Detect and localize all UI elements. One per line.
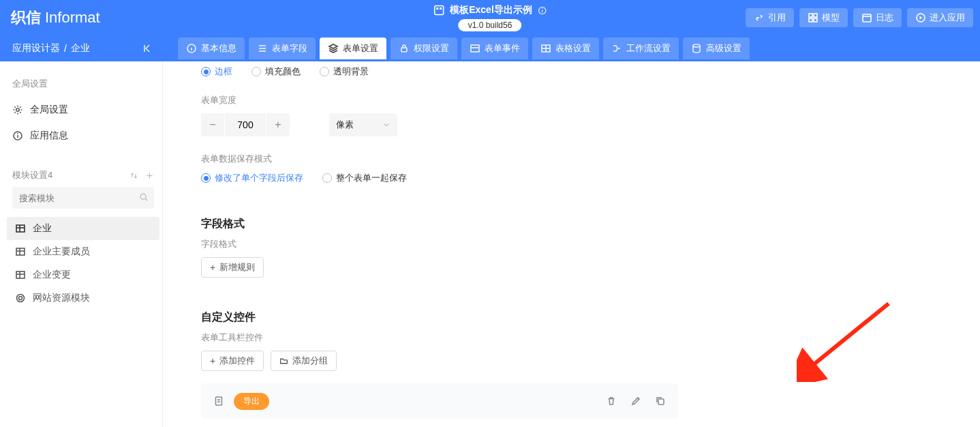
tab-form-settings[interactable]: 表单设置: [320, 38, 386, 59]
page-title-block: 模板Excel导出示例 v1.0 build56: [433, 4, 547, 31]
action-ref[interactable]: 引用: [746, 8, 794, 27]
svg-rect-47: [658, 399, 664, 404]
sidebar-item-global[interactable]: 全局设置: [12, 97, 154, 123]
radio-border[interactable]: 边框: [201, 65, 232, 78]
add-control-button[interactable]: +添加控件: [201, 351, 264, 371]
info-icon[interactable]: [538, 6, 547, 15]
brand-en: Informat: [45, 9, 100, 27]
sidebar: 全局设置 全局设置 应用信息 模块设置4 企业 企业主要成员: [0, 61, 163, 427]
style-radios: 边框 填充颜色 透明背景: [201, 65, 953, 78]
module-change[interactable]: 企业变更: [12, 263, 154, 286]
section-custom: 自定义控件: [201, 310, 953, 325]
width-input[interactable]: [225, 113, 266, 136]
target-icon: [15, 293, 26, 304]
tab-events[interactable]: 表单事件: [461, 38, 528, 59]
enter-icon: [915, 12, 926, 23]
side-sec1-title: 全局设置: [12, 78, 154, 90]
svg-rect-36: [16, 248, 25, 255]
stepper-plus[interactable]: +: [266, 113, 290, 136]
side-sec2-title: 模块设置4: [12, 169, 52, 181]
radio-save-all[interactable]: 整个表单一起保存: [322, 172, 407, 184]
delete-icon[interactable]: [606, 396, 617, 407]
tab-basic[interactable]: 基本信息: [178, 38, 245, 59]
version-badge: v1.0 build56: [459, 19, 522, 31]
add-group-button[interactable]: 添加分组: [271, 351, 337, 371]
width-label: 表单宽度: [201, 94, 953, 106]
svg-rect-33: [16, 225, 25, 232]
unit-value: 像素: [336, 119, 354, 131]
add-rule-button[interactable]: +新增规则: [201, 257, 264, 278]
svg-point-5: [542, 8, 542, 9]
tab-list: 基本信息 表单字段 表单设置 权限设置 表单事件 表格设置 工作流设置 高级设置: [178, 38, 750, 59]
action-log[interactable]: 日志: [853, 8, 902, 27]
breadcrumb: 应用设计器 / 企业: [12, 42, 90, 55]
action-enter[interactable]: 进入应用: [907, 8, 973, 27]
sidebar-label: 应用信息: [30, 130, 68, 142]
width-stepper[interactable]: − +: [201, 113, 290, 136]
list-icon: [257, 43, 268, 54]
svg-rect-18: [401, 48, 407, 52]
module-label: 企业: [33, 222, 52, 235]
module-enterprise[interactable]: 企业: [7, 217, 159, 240]
svg-line-32: [145, 198, 147, 201]
plus-icon[interactable]: [145, 171, 154, 180]
sort-icon[interactable]: [129, 171, 138, 180]
svg-rect-7: [814, 14, 817, 17]
stepper-minus[interactable]: −: [201, 113, 224, 136]
search-icon: [139, 192, 149, 202]
doc-icon: [213, 396, 224, 407]
page-title: 模板Excel导出示例: [450, 4, 532, 16]
search-module[interactable]: [12, 187, 154, 209]
search-input[interactable]: [12, 187, 154, 209]
tab-table[interactable]: 表格设置: [532, 38, 599, 59]
grid2-icon: [540, 43, 551, 54]
info-icon: [12, 130, 23, 141]
module-label: 企业变更: [33, 269, 71, 281]
gear-icon: [12, 104, 23, 115]
tab-workflow[interactable]: 工作流设置: [603, 38, 679, 59]
radio-transparent[interactable]: 透明背景: [320, 65, 369, 78]
svg-rect-1: [436, 8, 438, 10]
collapse-sidebar-icon[interactable]: [142, 43, 153, 54]
export-pill[interactable]: 导出: [234, 393, 269, 410]
svg-point-42: [17, 295, 25, 302]
svg-rect-19: [471, 45, 479, 52]
action-model[interactable]: 模型: [799, 8, 848, 27]
info-circle-icon: [186, 43, 197, 54]
svg-point-25: [16, 108, 19, 111]
radio-fill[interactable]: 填充颜色: [251, 65, 301, 78]
table-icon: [15, 223, 26, 234]
tab-fields[interactable]: 表单字段: [249, 38, 316, 59]
module-resource[interactable]: 网站资源模块: [12, 286, 154, 310]
link-icon: [754, 12, 765, 23]
module-members[interactable]: 企业主要成员: [12, 240, 154, 263]
svg-point-43: [19, 297, 22, 300]
svg-rect-0: [435, 6, 444, 15]
radio-save-single[interactable]: 修改了单个字段后保存: [201, 172, 303, 184]
svg-rect-2: [440, 8, 442, 10]
svg-point-28: [17, 133, 18, 134]
tab-advanced[interactable]: 高级设置: [683, 38, 750, 59]
calendar-icon: [861, 12, 872, 23]
module-label: 网站资源模块: [33, 292, 90, 304]
sidebar-item-appinfo[interactable]: 应用信息: [12, 123, 154, 149]
copy-icon[interactable]: [655, 396, 666, 407]
svg-rect-44: [216, 397, 222, 405]
tab-permission[interactable]: 权限设置: [391, 38, 457, 59]
brand-cn: 织信: [11, 8, 41, 28]
lock-icon: [399, 43, 410, 54]
control-card[interactable]: 导出: [201, 383, 678, 419]
svg-point-31: [140, 194, 146, 199]
module-label: 企业主要成员: [33, 246, 90, 258]
chevron-down-icon: [382, 121, 391, 129]
custom-sub: 表单工具栏控件: [201, 332, 953, 344]
svg-rect-8: [809, 18, 812, 22]
layers-icon: [328, 43, 339, 54]
unit-select[interactable]: 像素: [329, 113, 397, 136]
edit-icon[interactable]: [630, 396, 641, 407]
save-label: 表单数据保存模式: [201, 153, 953, 165]
sidebar-label: 全局设置: [30, 104, 68, 116]
table-icon: [15, 269, 26, 280]
app-icon: [433, 5, 444, 16]
main-panel: 边框 填充颜色 透明背景 表单宽度 − + 像素 表单数据保存模式 修改了单个字…: [163, 61, 980, 427]
